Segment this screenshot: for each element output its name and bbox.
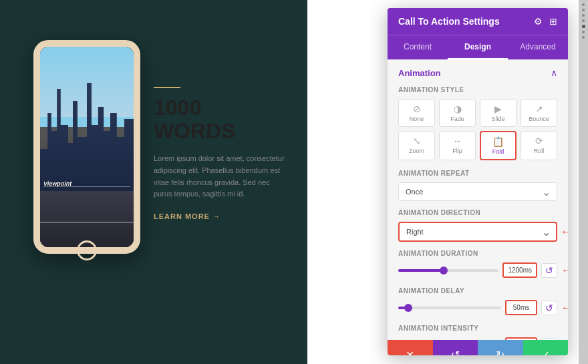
animation-duration-label: Animation Duration: [398, 250, 557, 257]
direction-arrow-indicator: ←: [560, 225, 568, 239]
scrollbar-dot-1: [582, 3, 585, 6]
content-divider: [154, 87, 180, 88]
intensity-arrow-indicator: ←: [561, 339, 568, 341]
anim-flip[interactable]: ↔ Flip: [439, 131, 476, 160]
animation-delay-thumb[interactable]: [404, 304, 412, 312]
panel-body: Animation ∧ Animation Style ⊘ None ◑ Fad…: [388, 59, 568, 340]
anim-flip-label: Flip: [452, 148, 462, 154]
animation-delay-label: Animation Delay: [398, 287, 557, 295]
anim-bounce[interactable]: ↗ Bounce: [521, 99, 557, 127]
phone-frame: Viewpoint: [33, 40, 140, 254]
redo-button[interactable]: ↻: [478, 340, 523, 355]
animation-duration-thumb[interactable]: [440, 266, 448, 275]
animation-delay-row: 50ms ↺ ←: [398, 300, 557, 315]
scrollbar-dot-6: [582, 31, 585, 33]
tab-design[interactable]: Design: [448, 35, 508, 59]
tab-advanced[interactable]: Advanced: [508, 35, 568, 59]
anim-bounce-label: Bounce: [529, 116, 549, 122]
layout-icon[interactable]: ⊞: [549, 16, 557, 27]
anim-slide[interactable]: ▶ Slide: [480, 99, 517, 127]
animation-duration-track[interactable]: [398, 269, 498, 272]
animation-intensity-label: Animation Intensity: [398, 325, 557, 332]
animation-intensity-value: 70%: [505, 337, 537, 340]
scrollbar-dot-4: [582, 19, 585, 22]
learn-more-link[interactable]: LEARN MORE →: [154, 212, 287, 220]
page-scrollbar[interactable]: [579, 0, 588, 364]
anim-roll[interactable]: ⟳ Roll: [521, 131, 557, 160]
animation-repeat-label: Animation Repeat: [398, 170, 557, 177]
panel-footer: ✕ ↺ ↻ ✓: [388, 340, 568, 355]
animation-section-title: Animation: [398, 68, 441, 78]
animation-intensity-reset[interactable]: ↺: [541, 338, 557, 341]
animation-repeat-select[interactable]: Once Loop: [398, 182, 557, 201]
page-title: 1000WORDS: [154, 96, 287, 143]
undo-button[interactable]: ↺: [433, 340, 478, 355]
animation-delay-value: 50ms: [505, 300, 537, 315]
anim-zoom-icon: ⤡: [402, 136, 432, 146]
anim-slide-label: Slide: [491, 116, 504, 122]
animation-duration-row: 1200ms ↺ ←: [398, 262, 557, 278]
duration-arrow-indicator: ←: [561, 264, 568, 277]
anim-roll-icon: ⟳: [524, 136, 554, 146]
anim-roll-label: Roll: [534, 148, 545, 154]
save-button[interactable]: ✓: [523, 340, 569, 355]
animation-duration-value: 1200ms: [502, 262, 537, 278]
animation-section-header: Animation ∧: [398, 67, 557, 78]
phone-image: Viewpoint: [40, 47, 134, 247]
animation-repeat-wrapper: Once Loop: [398, 182, 557, 201]
content-section: 1000WORDS Lorem ipsum dolor sit amet, co…: [154, 87, 287, 220]
animation-style-label: Animation Style: [398, 86, 557, 94]
scrollbar-dot-5: [582, 25, 585, 28]
anim-flip-icon: ↔: [442, 136, 472, 146]
body-text: Lorem ipsum dolor sit amet, consectetur …: [154, 153, 287, 200]
phone-mockup: Viewpoint: [20, 27, 154, 321]
anim-bounce-icon: ↗: [524, 104, 554, 114]
anim-none[interactable]: ⊘ None: [398, 99, 435, 127]
panel-title: Call To Action Settings: [398, 16, 500, 27]
anim-none-label: None: [410, 116, 424, 122]
anim-fold-label: Fold: [492, 148, 504, 155]
anim-slide-icon: ▶: [483, 104, 513, 114]
scrollbar-dot-2: [582, 9, 585, 11]
anim-fade[interactable]: ◑ Fade: [439, 99, 476, 127]
panel-tabs: Content Design Advanced: [388, 35, 568, 59]
tab-content[interactable]: Content: [388, 35, 448, 59]
animation-direction-wrapper: Right Left Top Bottom ⌄ ←: [398, 222, 557, 242]
panel-header-icons: ⚙ ⊞: [534, 16, 557, 27]
cancel-button[interactable]: ✕: [388, 340, 433, 355]
animation-intensity-row: 70% ↺ ←: [398, 337, 557, 340]
settings-icon[interactable]: ⚙: [534, 16, 543, 27]
animation-delay-track[interactable]: [398, 307, 501, 309]
scrollbar-dot-7: [582, 36, 585, 39]
phone-home-button: [77, 240, 97, 260]
anim-fade-icon: ◑: [442, 104, 472, 114]
animation-direction-select[interactable]: Right Left Top Bottom: [398, 222, 557, 242]
anim-zoom-label: Zoom: [409, 148, 424, 154]
anim-fold-icon: 📋: [484, 136, 512, 147]
animation-delay-reset[interactable]: ↺: [541, 301, 557, 315]
section-collapse-icon[interactable]: ∧: [551, 67, 557, 78]
animation-style-grid: ⊘ None ◑ Fade ▶ Slide ↗ Bounce ⤡ Zoom: [398, 99, 557, 160]
anim-fold[interactable]: 📋 Fold: [480, 131, 517, 160]
phone-speaker: [74, 42, 100, 45]
settings-panel: Call To Action Settings ⚙ ⊞ Content Desi…: [388, 8, 568, 355]
anim-none-icon: ⊘: [402, 104, 432, 114]
anim-zoom[interactable]: ⤡ Zoom: [398, 131, 435, 160]
panel-header: Call To Action Settings ⚙ ⊞: [388, 8, 568, 35]
phone-screen: Viewpoint: [40, 47, 134, 247]
delay-arrow-indicator: ←: [561, 302, 568, 314]
animation-duration-fill: [398, 269, 444, 272]
animation-duration-reset[interactable]: ↺: [541, 263, 557, 278]
scrollbar-dot-3: [582, 14, 585, 17]
anim-fade-label: Fade: [450, 116, 464, 122]
animation-direction-label: Animation Direction: [398, 209, 557, 216]
